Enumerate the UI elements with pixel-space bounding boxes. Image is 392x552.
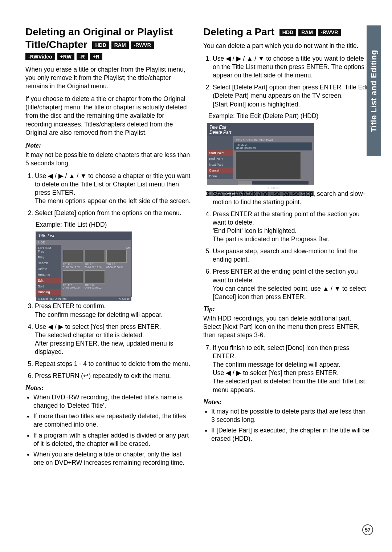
- right-step-1: Use ◀ / ▶ / ▲ / ▼ to choose a title you …: [213, 55, 370, 80]
- tag-rwvideo: -RWVideo: [25, 53, 55, 60]
- ss1-menu-search: Search: [36, 260, 61, 266]
- ss1-thumb-2: TITLE 201/08 06:12:56: [85, 250, 105, 269]
- right-note-1: It may not be possible to delete parts t…: [211, 407, 370, 424]
- ss1-thumb-3: TITLE 302/08 00:00:04: [106, 250, 127, 269]
- right-column: Deleting a Part HDD RAM -RWVR You can de…: [203, 25, 370, 471]
- ss1-menu-rename: Rename: [36, 272, 61, 278]
- tag-ram: RAM: [111, 41, 129, 49]
- ss2-body: Play & Select the Start Point TITLE 201/…: [233, 136, 314, 191]
- ss2-time: 00:00:00: [234, 186, 312, 190]
- ss2-header: Title EditDelete Part: [207, 123, 314, 136]
- left-note-2: If more than two titles are repeatedly d…: [33, 412, 192, 429]
- left-heading: Deleting an Original or Playlist Title/C…: [25, 25, 192, 51]
- ss1-body: 4/5 TITLE 101/08 00:12:53 TITLE 201/08 0…: [61, 245, 131, 291]
- ss1-menu-edit: Edit: [36, 278, 61, 283]
- rtag-ram: RAM: [298, 29, 316, 37]
- tag-hdd: HDD: [92, 41, 109, 49]
- ss1-sidebar: 14H 30MFree Play Search Delete Rename Ed…: [36, 245, 61, 297]
- left-tags-row1: HDD RAM -RWVR: [92, 41, 154, 49]
- right-steps-a: Use ◀ / ▶ / ▲ / ▼ to choose a title you …: [203, 55, 370, 109]
- right-step-7: If you finish to edit, select [Done] ico…: [213, 344, 370, 394]
- left-step-1: Use ◀ / ▶ / ▲ / ▼ to choose a chapter or…: [35, 172, 192, 205]
- left-para-2: If you choose to delete a title or chapt…: [25, 95, 192, 137]
- ss1-menu-play: Play: [36, 254, 61, 260]
- ss2-next: Next Part: [207, 162, 233, 168]
- ss1-menu-delete: Delete: [36, 266, 61, 272]
- ss2-infotop: Play & Select the Start Point: [234, 138, 312, 142]
- left-step-4: Use ◀ / ▶ to select [Yes] then press ENT…: [35, 323, 192, 356]
- right-step-2: Select [Delete Part] option then press E…: [213, 83, 370, 108]
- tag-plusr: +R: [90, 53, 102, 60]
- ss1-footer: ⊙ Enter RETURN Info ⟲ Close: [36, 297, 131, 301]
- right-example-label: Example: Title Edit (Delete Part) (HDD): [208, 112, 370, 120]
- right-steps-c: If you finish to edit, select [Done] ico…: [203, 344, 370, 394]
- ss2-progress: [238, 181, 309, 185]
- right-tip-title: Tip:: [203, 305, 370, 313]
- right-step-6: Press ENTER at the ending point of the s…: [213, 267, 370, 301]
- left-column: Deleting an Original or Playlist Title/C…: [25, 25, 192, 471]
- left-step-3: Press ENTER to confirm.The confirm messa…: [35, 302, 192, 319]
- right-step-5: Use pause step, search and slow-motion t…: [213, 247, 370, 264]
- right-tags: HDD RAM -RWVR: [279, 29, 341, 37]
- right-step-3: Starts playback and use pause step, sear…: [213, 190, 370, 206]
- left-step-6: Press RETURN (↩) repeatedly to exit the …: [35, 372, 192, 380]
- ss2-cancel: Cancel: [207, 168, 233, 173]
- left-note-4: When you are deleting a title or chapter…: [33, 450, 192, 467]
- tag-minusr: -R: [77, 53, 88, 60]
- ss2-done: Done: [207, 173, 233, 179]
- ss1-menu-sort: Sort: [36, 283, 61, 289]
- left-note-1: When DVD+RW recording, the deleted title…: [33, 393, 192, 410]
- left-notes-list: When DVD+RW recording, the deleted title…: [25, 393, 192, 467]
- right-step-4: Press ENTER at the starting point of the…: [213, 210, 370, 243]
- tag-rwvr: -RWVR: [131, 41, 154, 49]
- ss2-start: Start Point: [207, 150, 233, 156]
- page-number: 57: [362, 524, 373, 535]
- ss1-footer-left: ⊙ Enter RETURN Info: [38, 297, 66, 301]
- section-tab-label: Title List and Editing: [369, 50, 379, 132]
- ss1-thumb-4: TITLE 704/08 00:00:25: [63, 270, 83, 289]
- right-heading: Deleting a Part HDD RAM -RWVR: [203, 25, 370, 38]
- ss1-free: 14H 30MFree: [36, 245, 61, 254]
- right-note-2: If [Delete Part] is executed, the chapte…: [211, 426, 370, 443]
- ss1-thumbs: TITLE 101/08 00:12:53 TITLE 201/08 06:12…: [63, 250, 130, 289]
- left-notes-title: Notes:: [25, 384, 192, 392]
- ss1-header: Title List: [36, 232, 131, 240]
- ss1-thumb-1: TITLE 101/08 00:12:53: [63, 250, 83, 269]
- section-tab: Title List and Editing: [367, 25, 381, 156]
- left-steps-a: Use ◀ / ▶ / ▲ / ▼ to choose a chapter or…: [25, 172, 192, 217]
- right-tip-text: With HDD recordings, you can delete addi…: [203, 314, 370, 339]
- left-note-text: It may not be possible to delete chapter…: [25, 151, 192, 168]
- page-content: Deleting an Original or Playlist Title/C…: [0, 0, 392, 485]
- ss1-pager: 4/5: [63, 246, 130, 250]
- left-step-5: Repeat steps 1 - 4 to continue to delete…: [35, 360, 192, 368]
- screenshot-title-edit: Title EditDelete Part Start Point End Po…: [207, 123, 314, 185]
- left-para-1: When you erase a title or chapter from t…: [25, 65, 192, 90]
- right-notes-title: Notes:: [203, 398, 370, 406]
- ss1-thumb-5: TITLE 804/08 00:03:02: [85, 270, 105, 289]
- rtag-rwvr: -RWVR: [318, 29, 341, 37]
- tag-plusrw: +RW: [57, 53, 74, 60]
- left-note-3: If a program with a chapter added is div…: [33, 431, 192, 448]
- right-notes-list: It may not be possible to delete parts t…: [203, 407, 370, 443]
- ss2-infoline: TITLE 201/01 00:00:58: [234, 142, 312, 150]
- ss2-sidebar: Start Point End Point Next Part Cancel D…: [207, 136, 233, 179]
- left-tags-row2: -RWVideo +RW -R +R: [25, 53, 192, 60]
- right-heading-text: Deleting a Part: [203, 26, 274, 37]
- left-note-title: Note:: [25, 141, 192, 149]
- rtag-hdd: HDD: [279, 29, 296, 37]
- left-steps-b: Press ENTER to confirm.The confirm messa…: [25, 302, 192, 380]
- right-steps-b: Starts playback and use pause step, sear…: [203, 190, 370, 301]
- left-example-label: Example: Title List (HDD): [36, 221, 192, 229]
- right-para-1: You can delete a part which you do not w…: [203, 42, 370, 50]
- screenshot-title-list: Title List HDD 14H 30MFree Play Search D…: [36, 231, 132, 297]
- ss1-menu-dubbing: Dubbing: [36, 289, 61, 295]
- left-step-2: Select [Delete] option from the options …: [35, 209, 192, 217]
- ss2-end: End Point: [207, 156, 233, 162]
- ss1-hdd: HDD: [36, 240, 131, 245]
- page-number-text: 57: [365, 527, 371, 533]
- ss1-footer-right: ⟲ Close: [119, 297, 130, 301]
- ss2-preview: [236, 152, 301, 180]
